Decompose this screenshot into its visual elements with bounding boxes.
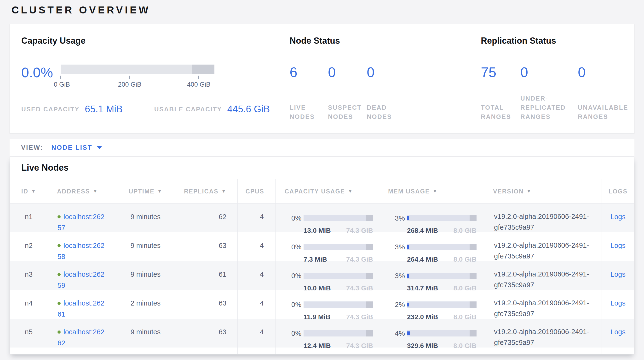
mem-usage-bar <box>407 244 476 250</box>
sort-desc-icon: ▼ <box>31 189 36 194</box>
logs-link[interactable]: Logs <box>610 213 626 221</box>
page-title: CLUSTER OVERVIEW <box>12 4 150 16</box>
node-version: v19.2.0-alpha.20190606-2491-gfe735c9a97 <box>484 290 602 322</box>
capacity-usage-cell: 0% 12.4 MiB74.3 GiB <box>275 319 379 351</box>
address-link[interactable]: localhost:26261 <box>58 299 104 318</box>
mem-usage-cell: 2% 232.0 MiB8.0 GiB <box>379 290 484 322</box>
live-nodes-panel: Live Nodes ID▼ ADDRESS▼ UPTIME▼ REPLICAS… <box>10 157 634 354</box>
capacity-usage-cell: 0% 10.0 MiB74.3 GiB <box>275 261 379 294</box>
node-version: v19.2.0-alpha.20190606-2491-gfe735c9a97 <box>484 204 602 236</box>
used-capacity-value: 65.1 MiB <box>85 104 123 114</box>
node-replicas: 63 <box>174 319 238 351</box>
capacity-usage-bar <box>304 301 373 308</box>
logs-link[interactable]: Logs <box>610 299 626 307</box>
capacity-used-percent: 0.0% <box>21 66 53 89</box>
live-status-icon <box>58 244 60 247</box>
live-status-icon <box>58 273 60 276</box>
replication-status-title: Replication Status <box>481 36 636 46</box>
node-address: localhost:26259 <box>48 261 117 294</box>
node-address: localhost:26262 <box>48 319 117 351</box>
node-address: localhost:26261 <box>48 290 117 322</box>
logs-link[interactable]: Logs <box>610 270 626 278</box>
node-cpus: 4 <box>238 261 275 294</box>
under-replicated-ranges-stat: 0 UNDER-REPLICATED RANGES <box>520 46 578 121</box>
view-label: VIEW: <box>21 144 43 151</box>
table-row: n2 localhost:26258 9 minutes 63 4 0% 7.3… <box>10 232 634 261</box>
used-capacity-label: USED CAPACITY <box>21 105 80 114</box>
address-link[interactable]: localhost:26258 <box>58 242 104 260</box>
node-version: v19.2.0-alpha.20190606-2491-gfe735c9a97 <box>484 232 602 265</box>
column-header-cpus: CPUS <box>238 179 275 203</box>
column-header-address[interactable]: ADDRESS▼ <box>48 179 117 203</box>
node-address: localhost:26257 <box>48 204 117 236</box>
sort-desc-icon: ▼ <box>348 189 353 194</box>
node-status-title: Node Status <box>290 36 412 46</box>
sort-desc-icon: ▼ <box>158 189 162 194</box>
table-header-row: ID▼ ADDRESS▼ UPTIME▼ REPLICAS▼ CPUS CAPA… <box>10 179 634 204</box>
node-id: n2 <box>10 232 48 265</box>
node-cpus: 4 <box>238 232 275 265</box>
column-header-version[interactable]: VERSION▼ <box>484 179 602 203</box>
usable-capacity-value: 445.6 GiB <box>227 104 270 114</box>
node-cpus: 4 <box>238 290 275 322</box>
capacity-usage-section: Capacity Usage 0.0% 0 GiB 200 GiB 400 Gi… <box>21 36 278 114</box>
address-link[interactable]: localhost:26257 <box>58 213 104 232</box>
mem-usage-bar <box>407 273 476 279</box>
logs-link[interactable]: Logs <box>610 242 626 249</box>
sort-desc-icon: ▼ <box>526 189 532 194</box>
capacity-usage-cell: 0% 7.3 MiB74.3 GiB <box>275 232 379 265</box>
column-header-uptime[interactable]: UPTIME▼ <box>117 179 174 203</box>
column-header-replicas[interactable]: REPLICAS▼ <box>174 179 238 203</box>
mem-usage-bar <box>407 330 476 336</box>
summary-card: Capacity Usage 0.0% 0 GiB 200 GiB 400 Gi… <box>10 24 634 134</box>
axis-label: 200 GiB <box>118 81 142 88</box>
unavailable-ranges-stat: 0 UNAVAILABLE RANGES <box>578 46 636 121</box>
column-header-id[interactable]: ID▼ <box>10 179 48 203</box>
sort-desc-icon: ▼ <box>93 189 98 194</box>
sort-desc-icon: ▼ <box>433 189 438 194</box>
node-uptime: 2 minutes <box>117 290 174 322</box>
usable-capacity-stat: USABLE CAPACITY 445.6 GiB <box>154 103 270 114</box>
node-status-section: Node Status 6 LIVE NODES 0 SUSPECT NODES… <box>290 36 412 121</box>
capacity-axis-ticks <box>60 76 214 81</box>
node-address: localhost:26258 <box>48 232 117 265</box>
capacity-usage-bar <box>304 244 373 250</box>
node-replicas: 63 <box>174 232 238 265</box>
node-version: v19.2.0-alpha.20190606-2491-gfe735c9a97 <box>484 319 602 351</box>
live-nodes-title: Live Nodes <box>21 163 634 173</box>
used-capacity-stat: USED CAPACITY 65.1 MiB <box>21 103 123 114</box>
table-row: n1 localhost:26257 9 minutes 62 4 0% 13.… <box>10 204 634 232</box>
node-replicas: 63 <box>174 290 238 322</box>
capacity-bar: 0 GiB 200 GiB 400 GiB <box>60 65 214 89</box>
mem-usage-cell: 3% 314.7 MiB8.0 GiB <box>379 261 484 294</box>
mem-usage-cell: 4% 329.6 MiB8.0 GiB <box>379 319 484 351</box>
capacity-usage-bar <box>304 330 373 336</box>
mem-usage-bar <box>407 301 476 308</box>
address-link[interactable]: localhost:26259 <box>58 270 104 289</box>
usable-capacity-label: USABLE CAPACITY <box>154 105 222 114</box>
table-row-partial <box>10 347 634 354</box>
suspect-nodes-stat: 0 SUSPECT NODES <box>328 46 367 121</box>
node-id: n4 <box>10 290 48 322</box>
mem-usage-cell: 3% 264.4 MiB8.0 GiB <box>379 232 484 265</box>
address-link[interactable]: localhost:26262 <box>58 328 104 347</box>
capacity-usage-bar <box>304 273 373 279</box>
chevron-down-icon <box>97 146 102 149</box>
node-uptime: 9 minutes <box>117 232 174 265</box>
axis-label: 400 GiB <box>187 81 210 88</box>
column-header-logs: LOGS <box>602 179 634 203</box>
node-version: v19.2.0-alpha.20190606-2491-gfe735c9a97 <box>484 261 602 294</box>
mem-usage-bar <box>407 215 476 221</box>
live-status-icon <box>58 330 60 334</box>
live-status-icon <box>58 215 60 218</box>
node-id: n5 <box>10 319 48 351</box>
logs-link[interactable]: Logs <box>610 328 626 336</box>
node-uptime: 9 minutes <box>117 261 174 294</box>
column-header-mem-usage[interactable]: MEM USAGE▼ <box>379 179 484 203</box>
capacity-bar-reserved-segment <box>192 65 214 74</box>
axis-label: 0 GiB <box>54 81 70 88</box>
view-dropdown[interactable]: NODE LIST <box>52 144 102 151</box>
capacity-usage-cell: 0% 13.0 MiB74.3 GiB <box>275 204 379 236</box>
column-header-capacity-usage[interactable]: CAPACITY USAGE▼ <box>275 179 379 203</box>
replication-status-section: Replication Status 75 TOTAL RANGES 0 UND… <box>481 36 636 121</box>
